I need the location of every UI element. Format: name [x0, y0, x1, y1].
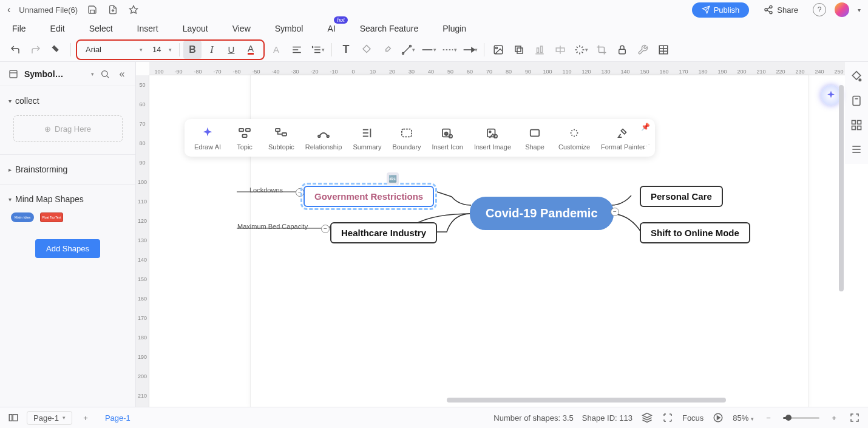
settings-button[interactable]	[634, 41, 652, 59]
menu-plugin[interactable]: Plugin	[442, 24, 466, 33]
vertical-scrollbar[interactable]	[839, 85, 844, 398]
menu-insert[interactable]: Insert	[137, 24, 158, 33]
ctx-summary[interactable]: Summary	[353, 125, 381, 151]
expand-lockdowns[interactable]: −	[296, 188, 304, 197]
fullscreen-icon[interactable]	[849, 412, 861, 424]
menu-symbol[interactable]: Symbol	[275, 24, 303, 33]
search-icon[interactable]	[99, 68, 111, 80]
line-dash-button[interactable]: ▾	[440, 41, 458, 59]
text-highlight-button[interactable]: A	[267, 41, 285, 59]
drag-placeholder[interactable]: ⊕ Drag Here	[13, 115, 123, 142]
crop-button[interactable]	[592, 41, 611, 59]
text-tool-button[interactable]: T	[337, 41, 355, 59]
line-spacing-button[interactable]: ▾	[308, 41, 327, 59]
sidebar-title-dropdown-icon[interactable]: ▾	[91, 71, 94, 77]
ctx-edraw-ai[interactable]: Edraw AI	[194, 125, 221, 151]
filename[interactable]: Unnamed File(6)	[19, 5, 78, 15]
ctx-customize[interactable]: Customize	[558, 125, 590, 151]
format-brush-icon[interactable]	[47, 41, 66, 59]
zoom-out-icon[interactable]: −	[762, 412, 775, 424]
play-icon[interactable]	[712, 412, 724, 424]
menu-view[interactable]: View	[232, 24, 251, 33]
italic-button[interactable]: I	[203, 41, 221, 59]
ctx-format-painter[interactable]: Format Painter	[601, 125, 645, 151]
grid-panel-icon[interactable]	[849, 118, 864, 132]
ctx-subtopic[interactable]: Subtopic	[268, 125, 294, 151]
add-shapes-button[interactable]: Add Shapes	[35, 239, 100, 258]
focus-icon[interactable]	[662, 412, 674, 424]
section-mindmap[interactable]: ▾ Mind Map Shapes	[8, 191, 127, 208]
node-personal-care[interactable]: Personal Care	[640, 186, 723, 207]
ctx-shape[interactable]: Shape	[522, 125, 548, 151]
export-icon[interactable]	[107, 4, 119, 16]
zoom-value[interactable]: 85% ▾	[733, 413, 754, 423]
ctx-boundary[interactable]: Boundary	[392, 125, 421, 151]
canvas-area[interactable]: 100-90-80-70-60-50-40-30-20-100102030405…	[136, 62, 868, 407]
table-button[interactable]	[654, 41, 673, 59]
page-tab[interactable]: Page-1	[99, 411, 137, 425]
section-collect[interactable]: ▾ collect	[8, 92, 127, 109]
shape-thumb-float[interactable]: Float Top Text	[40, 212, 63, 222]
publish-button[interactable]: Publish	[692, 2, 750, 18]
image-button[interactable]	[489, 41, 507, 59]
ai-orb[interactable]	[821, 85, 841, 106]
section-brainstorming[interactable]: ▸ Brainstorming	[8, 161, 127, 178]
layers-button[interactable]	[510, 41, 528, 59]
back-button[interactable]: ‹	[7, 4, 10, 15]
font-family-select[interactable]: Arial ▾	[81, 45, 147, 54]
distribute-button[interactable]	[551, 41, 569, 59]
help-button[interactable]: ?	[813, 3, 826, 16]
page-select[interactable]: Page-1 ▾	[27, 411, 72, 425]
shape-fill-button[interactable]	[358, 41, 376, 59]
node-central[interactable]: Covid-19 Pandemic	[470, 197, 614, 230]
node-healthcare[interactable]: Healthcare Industry	[330, 222, 437, 243]
effects-button[interactable]: ▾	[572, 41, 590, 59]
page-nav-icon[interactable]	[7, 412, 19, 424]
zoom-slider[interactable]	[783, 417, 819, 419]
bold-button[interactable]: B	[183, 41, 202, 59]
horizontal-scrollbar[interactable]	[149, 398, 838, 403]
menu-search[interactable]: Search Feature	[360, 24, 419, 33]
arrow-style-button[interactable]: ▾	[461, 41, 479, 59]
focus-label[interactable]: Focus	[682, 413, 704, 423]
save-icon[interactable]	[86, 4, 98, 16]
library-icon[interactable]	[7, 68, 19, 80]
connector-button[interactable]: ▾	[399, 41, 417, 59]
expand-central[interactable]: −	[611, 208, 619, 216]
list-panel-icon[interactable]	[849, 142, 864, 157]
undo-icon[interactable]	[6, 41, 24, 59]
align-button[interactable]	[288, 41, 306, 59]
avatar-dropdown-icon[interactable]: ▾	[858, 7, 861, 13]
menu-layout[interactable]: Layout	[183, 24, 208, 33]
redo-icon[interactable]	[27, 41, 45, 59]
star-icon[interactable]	[127, 4, 140, 16]
subtext-lockdowns[interactable]: Lockdowns	[249, 186, 283, 194]
share-button[interactable]: Share	[758, 2, 804, 17]
highlighter-button[interactable]	[378, 41, 396, 59]
page-panel-icon[interactable]	[849, 93, 864, 108]
menu-edit[interactable]: Edit	[50, 24, 65, 33]
fill-panel-icon[interactable]	[849, 69, 864, 84]
node-online-mode[interactable]: Shift to Online Mode	[640, 222, 750, 243]
font-size-select[interactable]: 14 ▾	[149, 45, 175, 54]
pin-icon[interactable]: 📌	[641, 123, 650, 131]
layers-status-icon[interactable]	[641, 412, 653, 424]
lock-button[interactable]	[613, 41, 631, 59]
add-page-icon[interactable]: +	[80, 412, 92, 424]
shape-thumb-main[interactable]: Main Idea	[11, 212, 34, 222]
translate-badge[interactable]: 🔤	[387, 172, 399, 185]
collapse-sidebar-icon[interactable]: «	[116, 68, 128, 80]
ctx-insert-icon[interactable]: ☺ Insert Icon	[432, 125, 463, 151]
subtext-maxbed[interactable]: Maximum Bed Capacity	[237, 223, 308, 230]
align-objects-button[interactable]	[531, 41, 549, 59]
expand-maxbed[interactable]: −	[321, 225, 330, 233]
more-icon[interactable]: ⋰	[643, 143, 650, 151]
menu-file[interactable]: File	[12, 24, 26, 33]
zoom-in-icon[interactable]: +	[828, 412, 840, 424]
node-government-restrictions[interactable]: Government Restrictions 🔤	[303, 186, 434, 207]
ctx-insert-image[interactable]: Insert Image	[474, 125, 511, 151]
underline-button[interactable]: U	[222, 41, 240, 59]
user-avatar[interactable]	[835, 2, 849, 17]
font-color-button[interactable]: A	[242, 41, 260, 59]
ctx-relationship[interactable]: Relationship	[305, 125, 342, 151]
